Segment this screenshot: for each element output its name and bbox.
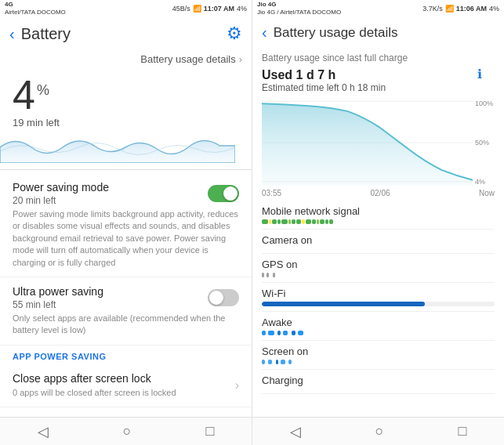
ultra-power-saving-toggle[interactable] [208, 289, 239, 306]
usage-item-wifi: Wi-Fi [262, 283, 495, 312]
usage-item-charging: Charging [262, 370, 495, 394]
chart-y-labels: 100% 50% 4% [473, 99, 495, 186]
ultra-power-saving-title: Ultra power saving [13, 285, 103, 298]
left-panel: 4G Airtel/TATA DOCOMO 45B/s 📶 11:07 AM 4… [0, 0, 252, 445]
close-apps-text: Close apps after screen lock 0 apps will… [13, 372, 176, 399]
battery-right-status: 4% [489, 5, 499, 13]
carrier-right: Jio 4G Jio 4G / Airtel/TATA DOCOMO [257, 1, 341, 16]
power-saving-text: Power saving mode 20 min left [13, 181, 109, 206]
usage-bar-screen [262, 360, 495, 364]
nav-bar-left: ◁ ○ □ [0, 417, 252, 445]
usage-item-screen: Screen on [262, 341, 495, 370]
chart-svg [262, 99, 473, 186]
battery-used-section: Used 1 d 7 h Estimated time left 0 h 18 … [252, 67, 504, 95]
back-nav-left[interactable]: ◁ [25, 418, 61, 445]
info-icon[interactable]: ℹ [477, 67, 482, 81]
usage-details: Mobile network signal Camera on [252, 201, 504, 417]
battery-percent-sign: % [37, 82, 49, 99]
battery-wave [0, 132, 252, 163]
usage-label-screen: Screen on [262, 346, 495, 357]
back-button-right[interactable]: ‹ [262, 24, 267, 42]
time-right-status: 11:06 AM [456, 5, 487, 13]
battery-number: 4 [13, 74, 35, 115]
right-status-left: 45B/s 📶 11:07 AM 4% [172, 5, 247, 13]
close-apps-chevron: › [235, 378, 239, 393]
usage-bar-gps [262, 273, 495, 277]
usage-label-camera: Camera on [262, 234, 495, 246]
battery-chart: 100% 50% 4% [262, 99, 495, 186]
page-title-left: Battery [21, 25, 71, 43]
divider-1 [0, 169, 252, 170]
usage-label-mobile: Mobile network signal [262, 205, 495, 217]
power-saving-toggle[interactable] [208, 185, 239, 202]
power-saving-item[interactable]: Power saving mode 20 min left Power savi… [0, 173, 252, 277]
home-nav-left[interactable]: ○ [111, 418, 144, 444]
recent-nav-left[interactable]: □ [194, 418, 227, 444]
app-power-saving-header: APP POWER SAVING [0, 346, 252, 364]
power-intensive-item[interactable]: Power-intensive apps 4 › [0, 407, 252, 417]
ultra-power-saving-text: Ultra power saving 55 min left [13, 285, 103, 310]
power-saving-subtitle: 20 min left [13, 195, 109, 206]
chart-x-labels: 03:55 02/06 Now [252, 189, 504, 197]
header-left: ‹ Battery ⚙ [0, 17, 252, 50]
close-apps-title: Close apps after screen lock [13, 372, 176, 385]
speed-left: 45B/s [172, 5, 190, 13]
wifi-bar-fill [262, 302, 425, 306]
battery-display: 4 % [13, 74, 239, 115]
section-list: Power saving mode 20 min left Power savi… [0, 173, 252, 417]
icons-right: 📶 [445, 5, 454, 13]
usage-bar-wifi [262, 302, 495, 306]
status-bar-right: Jio 4G Jio 4G / Airtel/TATA DOCOMO 3.7K/… [252, 0, 504, 17]
battery-left-status: 4% [237, 5, 247, 13]
battery-used-text: Used 1 d 7 h [262, 68, 495, 82]
chevron-right-icon: › [239, 53, 242, 65]
usage-label-gps: GPS on [262, 259, 495, 270]
speed-right: 3.7K/s [422, 5, 443, 13]
page-title-right: Battery usage details [274, 25, 398, 41]
icons-left: 📶 [193, 5, 201, 13]
battery-percent-section: 4 % [0, 68, 252, 115]
usage-label-wifi: Wi-Fi [262, 288, 495, 299]
power-saving-row: Power saving mode 20 min left [13, 181, 239, 206]
battery-estimated: Estimated time left 0 h 18 min [262, 82, 495, 93]
ultra-power-saving-desc: Only select apps are available (recommen… [13, 313, 239, 337]
settings-icon[interactable]: ⚙ [227, 24, 242, 44]
battery-since: Battery usage since last full charge [252, 48, 504, 67]
right-panel: Jio 4G Jio 4G / Airtel/TATA DOCOMO 3.7K/… [252, 0, 504, 445]
home-nav-right[interactable]: ○ [363, 418, 397, 444]
nav-bar-right: ◁ ○ □ [252, 417, 504, 445]
toggle-knob [223, 186, 237, 201]
close-apps-row: Close apps after screen lock 0 apps will… [13, 372, 239, 399]
header-right: ‹ Battery usage details [252, 17, 504, 48]
right-status-right: 3.7K/s 📶 11:06 AM 4% [422, 5, 499, 13]
ultra-power-saving-row: Ultra power saving 55 min left [13, 285, 239, 310]
battery-time-left: 19 min left [0, 115, 252, 132]
back-nav-right[interactable]: ◁ [277, 418, 314, 445]
ultra-power-saving-item[interactable]: Ultra power saving 55 min left Only sele… [0, 277, 252, 346]
power-saving-desc: Power saving mode limits background app … [13, 208, 239, 269]
usage-bar-awake [262, 331, 495, 335]
back-button-left[interactable]: ‹ [9, 25, 15, 43]
usage-label-awake: Awake [262, 317, 495, 328]
battery-usage-link[interactable]: Battery usage details › [0, 50, 252, 68]
usage-item-gps: GPS on [262, 254, 495, 283]
header-title-group: ‹ Battery [9, 25, 71, 43]
recent-nav-right[interactable]: □ [446, 418, 480, 444]
status-bar-left: 4G Airtel/TATA DOCOMO 45B/s 📶 11:07 AM 4… [0, 0, 252, 17]
usage-item-awake: Awake [262, 312, 495, 341]
time-left-status: 11:07 AM [204, 5, 234, 13]
usage-item-camera: Camera on [262, 230, 495, 254]
close-apps-item[interactable]: Close apps after screen lock 0 apps will… [0, 364, 252, 407]
power-saving-title: Power saving mode [13, 181, 109, 194]
usage-label-charging: Charging [262, 374, 495, 386]
ultra-toggle-knob [209, 291, 223, 305]
usage-bar-mobile [262, 219, 495, 224]
carrier-left: 4G Airtel/TATA DOCOMO [5, 1, 66, 16]
close-apps-desc: 0 apps will be closed after screen is lo… [13, 387, 176, 399]
usage-item-mobile: Mobile network signal [262, 201, 495, 230]
ultra-power-saving-subtitle: 55 min left [13, 299, 103, 310]
